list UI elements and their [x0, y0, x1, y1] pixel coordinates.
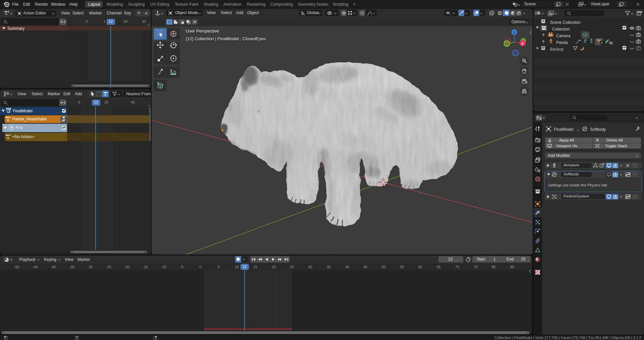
svg-text:X: X — [522, 42, 524, 45]
svg-text:Z: Z — [513, 31, 515, 34]
